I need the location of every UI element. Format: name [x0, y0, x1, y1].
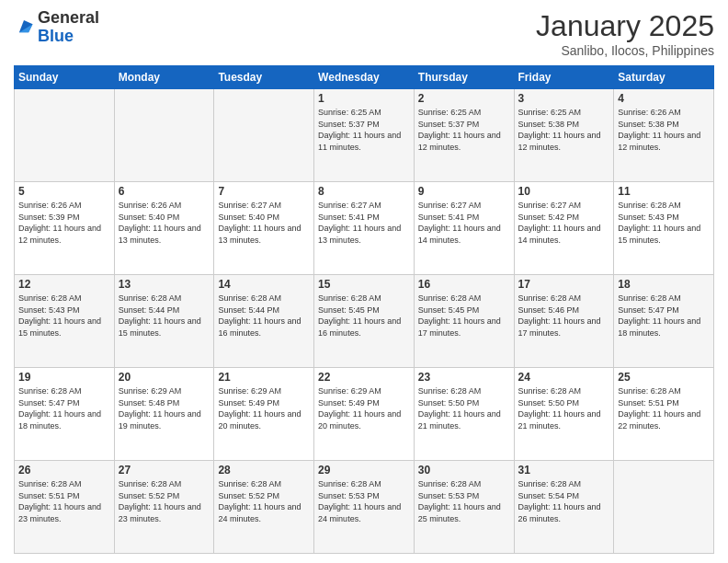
day-number: 6: [119, 185, 210, 198]
table-row: 13 Sunrise: 6:28 AM Sunset: 5:44 PM Dayl…: [114, 275, 214, 368]
table-row: [114, 89, 214, 182]
day-number: 19: [18, 371, 110, 384]
day-info: Sunrise: 6:28 AM Sunset: 5:47 PM Dayligh…: [618, 293, 710, 339]
day-info: Sunrise: 6:27 AM Sunset: 5:41 PM Dayligh…: [318, 200, 410, 246]
day-number: 25: [618, 371, 710, 384]
day-number: 29: [318, 464, 410, 477]
sunrise-label: Sunrise: 6:29 AM: [318, 386, 381, 396]
sunset-label: Sunset: 5:41 PM: [318, 213, 380, 222]
sunset-label: Sunset: 5:50 PM: [518, 398, 580, 408]
logo-blue-text: Blue: [38, 27, 74, 45]
sunset-label: Sunset: 5:54 PM: [518, 491, 580, 500]
table-row: 26 Sunrise: 6:28 AM Sunset: 5:51 PM Dayl…: [15, 461, 115, 554]
sunset-label: Sunset: 5:47 PM: [18, 398, 80, 408]
day-info: Sunrise: 6:28 AM Sunset: 5:51 PM Dayligh…: [618, 385, 710, 431]
daylight-label: Daylight: 11 hours and 18 minutes.: [18, 409, 101, 431]
sunset-label: Sunset: 5:37 PM: [418, 120, 480, 129]
daylight-label: Daylight: 11 hours and 12 minutes.: [618, 131, 700, 152]
table-row: 31 Sunrise: 6:28 AM Sunset: 5:54 PM Dayl…: [514, 461, 614, 554]
day-number: 13: [119, 278, 210, 291]
sunset-label: Sunset: 5:52 PM: [218, 491, 279, 500]
table-row: 4 Sunrise: 6:26 AM Sunset: 5:38 PM Dayli…: [614, 89, 714, 182]
day-number: 28: [218, 464, 310, 477]
table-row: 28 Sunrise: 6:28 AM Sunset: 5:52 PM Dayl…: [214, 461, 314, 554]
daylight-label: Daylight: 11 hours and 14 minutes.: [518, 224, 601, 245]
day-number: 5: [18, 185, 110, 198]
table-row: 23 Sunrise: 6:28 AM Sunset: 5:50 PM Dayl…: [414, 368, 514, 461]
daylight-label: Daylight: 11 hours and 12 minutes.: [518, 131, 601, 152]
day-info: Sunrise: 6:28 AM Sunset: 5:45 PM Dayligh…: [318, 293, 410, 339]
table-row: 6 Sunrise: 6:26 AM Sunset: 5:40 PM Dayli…: [114, 182, 214, 275]
day-number: 26: [18, 464, 110, 477]
day-number: 10: [518, 185, 610, 198]
sunrise-label: Sunrise: 6:28 AM: [418, 293, 482, 303]
sunset-label: Sunset: 5:48 PM: [119, 398, 180, 408]
table-row: 22 Sunrise: 6:29 AM Sunset: 5:49 PM Dayl…: [314, 368, 415, 461]
day-info: Sunrise: 6:28 AM Sunset: 5:52 PM Dayligh…: [218, 478, 310, 524]
daylight-label: Daylight: 11 hours and 18 minutes.: [618, 316, 700, 338]
calendar-week-row: 5 Sunrise: 6:26 AM Sunset: 5:39 PM Dayli…: [15, 182, 714, 275]
day-number: 9: [418, 185, 510, 198]
day-info: Sunrise: 6:28 AM Sunset: 5:43 PM Dayligh…: [18, 293, 110, 339]
day-info: Sunrise: 6:29 AM Sunset: 5:49 PM Dayligh…: [318, 385, 410, 431]
daylight-label: Daylight: 11 hours and 20 minutes.: [318, 409, 401, 431]
table-row: 11 Sunrise: 6:28 AM Sunset: 5:43 PM Dayl…: [614, 182, 714, 275]
sunset-label: Sunset: 5:52 PM: [119, 491, 180, 500]
table-row: 2 Sunrise: 6:25 AM Sunset: 5:37 PM Dayli…: [414, 89, 514, 182]
day-info: Sunrise: 6:28 AM Sunset: 5:50 PM Dayligh…: [518, 385, 610, 431]
day-info: Sunrise: 6:28 AM Sunset: 5:51 PM Dayligh…: [18, 478, 110, 524]
day-info: Sunrise: 6:28 AM Sunset: 5:53 PM Dayligh…: [318, 478, 410, 524]
logo-text: General Blue: [38, 9, 99, 46]
day-number: 16: [418, 278, 510, 291]
day-info: Sunrise: 6:28 AM Sunset: 5:52 PM Dayligh…: [119, 478, 210, 524]
sunset-label: Sunset: 5:45 PM: [318, 305, 380, 315]
sunrise-label: Sunrise: 6:28 AM: [418, 386, 482, 396]
day-number: 1: [318, 92, 410, 105]
day-info: Sunrise: 6:29 AM Sunset: 5:49 PM Dayligh…: [218, 385, 310, 431]
daylight-label: Daylight: 11 hours and 15 minutes.: [18, 316, 101, 338]
calendar-week-row: 19 Sunrise: 6:28 AM Sunset: 5:47 PM Dayl…: [15, 368, 714, 461]
daylight-label: Daylight: 11 hours and 13 minutes.: [119, 224, 201, 245]
header: General Blue January 2025 Sanlibo, Iloco…: [14, 9, 714, 58]
table-row: 12 Sunrise: 6:28 AM Sunset: 5:43 PM Dayl…: [15, 275, 115, 368]
day-info: Sunrise: 6:28 AM Sunset: 5:50 PM Dayligh…: [418, 385, 510, 431]
daylight-label: Daylight: 11 hours and 11 minutes.: [318, 131, 401, 152]
daylight-label: Daylight: 11 hours and 12 minutes.: [18, 224, 101, 245]
table-row: 16 Sunrise: 6:28 AM Sunset: 5:45 PM Dayl…: [414, 275, 514, 368]
col-friday: Friday: [514, 66, 614, 89]
daylight-label: Daylight: 11 hours and 15 minutes.: [119, 316, 201, 338]
sunrise-label: Sunrise: 6:25 AM: [518, 108, 582, 117]
col-wednesday: Wednesday: [314, 66, 415, 89]
daylight-label: Daylight: 11 hours and 13 minutes.: [318, 224, 401, 245]
day-info: Sunrise: 6:28 AM Sunset: 5:46 PM Dayligh…: [518, 293, 610, 339]
table-row: 29 Sunrise: 6:28 AM Sunset: 5:53 PM Dayl…: [314, 461, 415, 554]
sunset-label: Sunset: 5:46 PM: [518, 305, 580, 315]
day-info: Sunrise: 6:25 AM Sunset: 5:38 PM Dayligh…: [518, 107, 610, 153]
calendar-week-row: 12 Sunrise: 6:28 AM Sunset: 5:43 PM Dayl…: [15, 275, 714, 368]
logo: General Blue: [14, 9, 99, 46]
day-info: Sunrise: 6:28 AM Sunset: 5:54 PM Dayligh…: [518, 478, 610, 524]
day-number: 3: [518, 92, 610, 105]
daylight-label: Daylight: 11 hours and 20 minutes.: [218, 409, 301, 431]
day-number: 7: [218, 185, 310, 198]
sunrise-label: Sunrise: 6:28 AM: [119, 479, 182, 488]
sunset-label: Sunset: 5:47 PM: [618, 305, 679, 315]
daylight-label: Daylight: 11 hours and 13 minutes.: [218, 224, 301, 245]
day-number: 18: [618, 278, 710, 291]
table-row: 30 Sunrise: 6:28 AM Sunset: 5:53 PM Dayl…: [414, 461, 514, 554]
day-info: Sunrise: 6:29 AM Sunset: 5:48 PM Dayligh…: [119, 385, 210, 431]
day-number: 8: [318, 185, 410, 198]
sunset-label: Sunset: 5:53 PM: [418, 491, 480, 500]
sunrise-label: Sunrise: 6:26 AM: [618, 108, 681, 117]
sunset-label: Sunset: 5:49 PM: [318, 398, 380, 408]
table-row: 3 Sunrise: 6:25 AM Sunset: 5:38 PM Dayli…: [514, 89, 614, 182]
day-info: Sunrise: 6:27 AM Sunset: 5:41 PM Dayligh…: [418, 200, 510, 246]
sunrise-label: Sunrise: 6:26 AM: [18, 201, 82, 210]
sunrise-label: Sunrise: 6:28 AM: [618, 293, 681, 303]
day-number: 14: [218, 278, 310, 291]
sunrise-label: Sunrise: 6:27 AM: [218, 201, 281, 210]
sunset-label: Sunset: 5:41 PM: [418, 213, 480, 222]
day-info: Sunrise: 6:27 AM Sunset: 5:40 PM Dayligh…: [218, 200, 310, 246]
page: General Blue January 2025 Sanlibo, Iloco…: [0, 0, 728, 563]
daylight-label: Daylight: 11 hours and 17 minutes.: [518, 316, 601, 338]
